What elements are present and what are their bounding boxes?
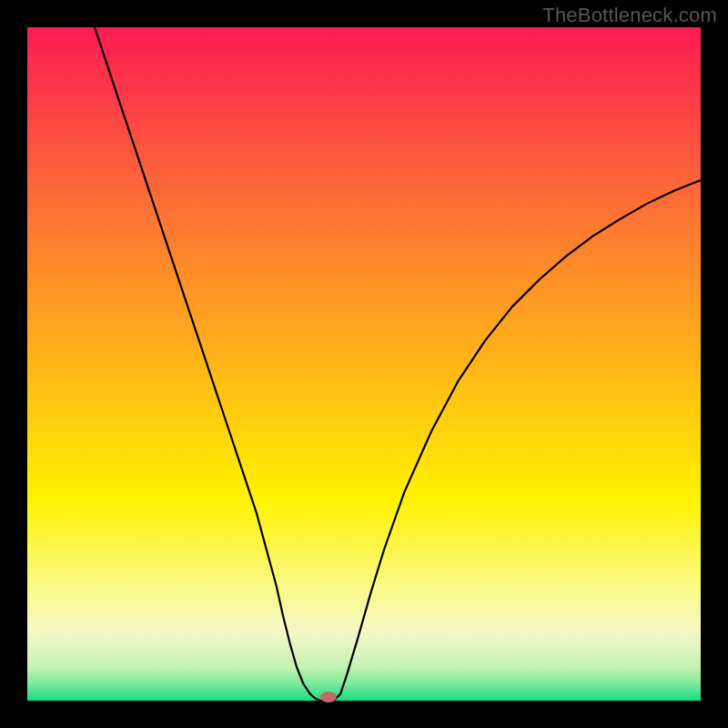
chart-frame: TheBottleneck.com — [0, 0, 728, 728]
watermark-text: TheBottleneck.com — [542, 4, 717, 27]
bottleneck-curve — [27, 27, 701, 701]
plot-area — [27, 27, 701, 701]
current-config-marker — [320, 692, 337, 703]
